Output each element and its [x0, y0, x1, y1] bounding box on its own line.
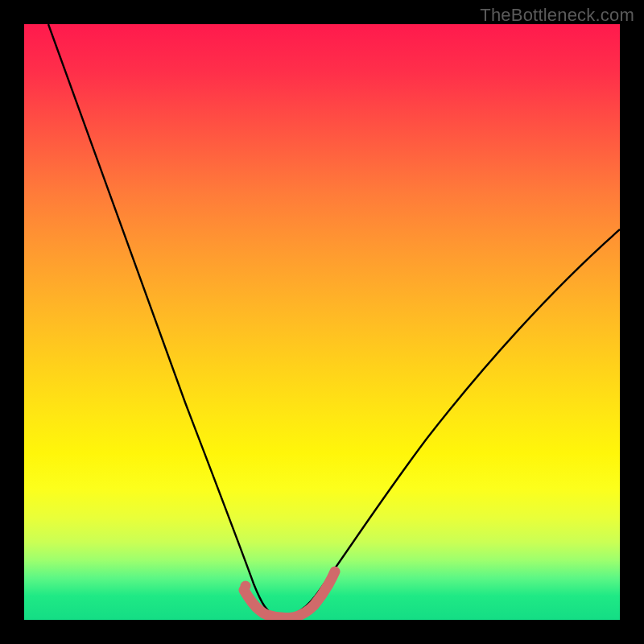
plot-area: [24, 24, 620, 620]
watermark-text: TheBottleneck.com: [480, 5, 634, 26]
chart-frame: TheBottleneck.com: [0, 0, 644, 644]
bottleneck-curve-right: [277, 229, 620, 616]
bottleneck-curve-left: [48, 24, 277, 616]
curve-layer: [24, 24, 620, 620]
valley-marker-dot: [241, 581, 251, 592]
